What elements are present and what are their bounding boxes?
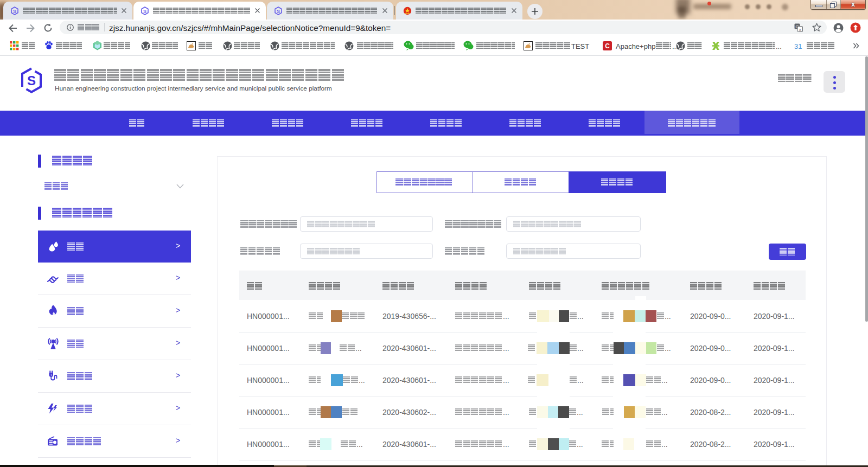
svg-text:S: S (277, 9, 280, 14)
svg-text:S: S (143, 9, 146, 14)
svg-text:x: x (799, 27, 801, 32)
svg-text:S: S (13, 9, 16, 14)
svg-text:C: C (605, 42, 610, 50)
svg-text:S: S (27, 73, 36, 88)
